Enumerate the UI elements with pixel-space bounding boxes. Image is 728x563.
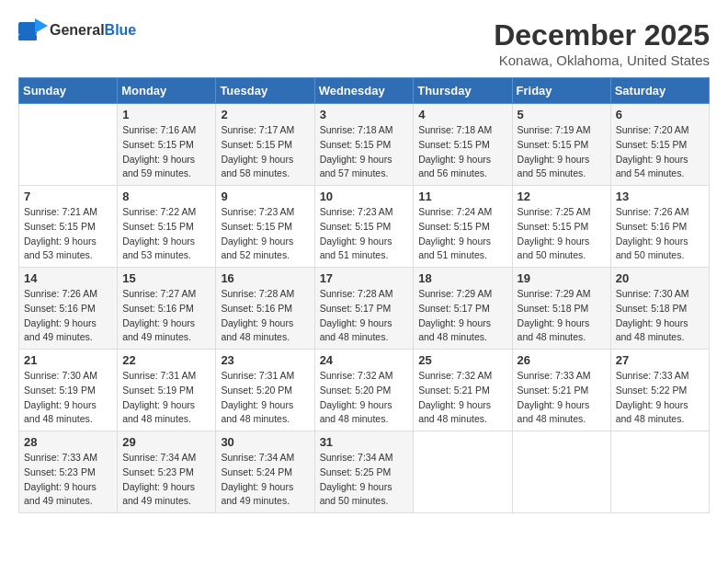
header: GeneralBlue December 2025 Konawa, Oklaho… xyxy=(18,18,710,68)
day-cell xyxy=(610,431,709,513)
day-cell: 29Sunrise: 7:34 AMSunset: 5:23 PMDayligh… xyxy=(118,431,216,513)
day-number: 17 xyxy=(320,271,409,285)
day-cell: 30Sunrise: 7:34 AMSunset: 5:24 PMDayligh… xyxy=(216,431,314,513)
day-cell: 12Sunrise: 7:25 AMSunset: 5:15 PMDayligh… xyxy=(512,186,610,268)
day-info: Sunrise: 7:29 AMSunset: 5:18 PMDaylight:… xyxy=(518,287,606,345)
day-number: 20 xyxy=(616,271,704,285)
day-info: Sunrise: 7:33 AMSunset: 5:23 PMDaylight:… xyxy=(24,451,112,509)
day-number: 2 xyxy=(221,108,309,121)
day-info: Sunrise: 7:32 AMSunset: 5:21 PMDaylight:… xyxy=(418,369,506,427)
title-area: December 2025 Konawa, Oklahoma, United S… xyxy=(494,18,710,68)
day-info: Sunrise: 7:23 AMSunset: 5:15 PMDaylight:… xyxy=(221,205,309,263)
day-number: 19 xyxy=(518,271,606,285)
day-cell: 18Sunrise: 7:29 AMSunset: 5:17 PMDayligh… xyxy=(414,268,512,350)
day-info: Sunrise: 7:28 AMSunset: 5:16 PMDaylight:… xyxy=(221,287,309,345)
day-number: 1 xyxy=(122,108,210,121)
day-number: 14 xyxy=(24,271,112,285)
day-info: Sunrise: 7:33 AMSunset: 5:21 PMDaylight:… xyxy=(518,369,606,427)
day-cell: 17Sunrise: 7:28 AMSunset: 5:17 PMDayligh… xyxy=(314,268,414,350)
location-title: Konawa, Oklahoma, United States xyxy=(494,52,710,68)
day-cell: 13Sunrise: 7:26 AMSunset: 5:16 PMDayligh… xyxy=(610,186,709,268)
day-cell: 28Sunrise: 7:33 AMSunset: 5:23 PMDayligh… xyxy=(19,431,118,513)
day-cell: 7Sunrise: 7:21 AMSunset: 5:15 PMDaylight… xyxy=(19,186,118,268)
day-cell: 1Sunrise: 7:16 AMSunset: 5:15 PMDaylight… xyxy=(118,104,216,186)
day-cell: 5Sunrise: 7:19 AMSunset: 5:15 PMDaylight… xyxy=(512,104,610,186)
day-cell: 25Sunrise: 7:32 AMSunset: 5:21 PMDayligh… xyxy=(414,350,512,431)
week-row-3: 14Sunrise: 7:26 AMSunset: 5:16 PMDayligh… xyxy=(19,268,710,350)
day-number: 12 xyxy=(518,190,606,203)
day-cell: 14Sunrise: 7:26 AMSunset: 5:16 PMDayligh… xyxy=(19,268,118,350)
day-info: Sunrise: 7:18 AMSunset: 5:15 PMDaylight:… xyxy=(418,123,506,181)
day-info: Sunrise: 7:34 AMSunset: 5:23 PMDaylight:… xyxy=(122,451,210,509)
day-number: 21 xyxy=(24,353,112,367)
day-cell: 24Sunrise: 7:32 AMSunset: 5:20 PMDayligh… xyxy=(314,350,414,431)
day-info: Sunrise: 7:22 AMSunset: 5:15 PMDaylight:… xyxy=(122,205,210,263)
day-info: Sunrise: 7:33 AMSunset: 5:22 PMDaylight:… xyxy=(616,369,704,427)
day-info: Sunrise: 7:31 AMSunset: 5:20 PMDaylight:… xyxy=(221,369,309,427)
day-cell: 15Sunrise: 7:27 AMSunset: 5:16 PMDayligh… xyxy=(118,268,216,350)
day-cell: 2Sunrise: 7:17 AMSunset: 5:15 PMDaylight… xyxy=(216,104,314,186)
day-cell: 9Sunrise: 7:23 AMSunset: 5:15 PMDaylight… xyxy=(216,186,314,268)
svg-marker-1 xyxy=(35,18,48,33)
day-cell: 26Sunrise: 7:33 AMSunset: 5:21 PMDayligh… xyxy=(512,350,610,431)
weekday-header-row: SundayMondayTuesdayWednesdayThursdayFrid… xyxy=(19,78,710,104)
logo-icon xyxy=(18,18,48,42)
day-number: 24 xyxy=(320,353,409,367)
day-info: Sunrise: 7:25 AMSunset: 5:15 PMDaylight:… xyxy=(518,205,606,263)
week-row-4: 21Sunrise: 7:30 AMSunset: 5:19 PMDayligh… xyxy=(19,350,710,431)
day-number: 13 xyxy=(616,190,704,203)
day-number: 27 xyxy=(616,353,704,367)
day-cell: 6Sunrise: 7:20 AMSunset: 5:15 PMDaylight… xyxy=(610,104,709,186)
weekday-header-tuesday: Tuesday xyxy=(216,78,314,104)
day-info: Sunrise: 7:34 AMSunset: 5:24 PMDaylight:… xyxy=(221,451,309,509)
svg-rect-2 xyxy=(18,35,37,40)
calendar: SundayMondayTuesdayWednesdayThursdayFrid… xyxy=(18,77,710,513)
day-number: 10 xyxy=(320,190,409,203)
day-info: Sunrise: 7:21 AMSunset: 5:15 PMDaylight:… xyxy=(24,205,112,263)
day-number: 22 xyxy=(122,353,210,367)
day-cell: 19Sunrise: 7:29 AMSunset: 5:18 PMDayligh… xyxy=(512,268,610,350)
day-info: Sunrise: 7:17 AMSunset: 5:15 PMDaylight:… xyxy=(221,123,309,181)
day-cell: 21Sunrise: 7:30 AMSunset: 5:19 PMDayligh… xyxy=(19,350,118,431)
day-number: 30 xyxy=(221,435,309,449)
week-row-1: 1Sunrise: 7:16 AMSunset: 5:15 PMDaylight… xyxy=(19,104,710,186)
day-number: 5 xyxy=(518,108,606,121)
day-number: 29 xyxy=(122,435,210,449)
day-cell: 11Sunrise: 7:24 AMSunset: 5:15 PMDayligh… xyxy=(414,186,512,268)
day-number: 16 xyxy=(221,271,309,285)
weekday-header-thursday: Thursday xyxy=(414,78,512,104)
day-info: Sunrise: 7:34 AMSunset: 5:25 PMDaylight:… xyxy=(320,451,409,509)
day-number: 6 xyxy=(616,108,704,121)
day-number: 11 xyxy=(418,190,506,203)
day-cell: 23Sunrise: 7:31 AMSunset: 5:20 PMDayligh… xyxy=(216,350,314,431)
day-cell xyxy=(512,431,610,513)
day-info: Sunrise: 7:24 AMSunset: 5:15 PMDaylight:… xyxy=(418,205,506,263)
day-cell xyxy=(414,431,512,513)
day-info: Sunrise: 7:32 AMSunset: 5:20 PMDaylight:… xyxy=(320,369,409,427)
month-title: December 2025 xyxy=(494,18,710,52)
day-number: 26 xyxy=(518,353,606,367)
day-info: Sunrise: 7:26 AMSunset: 5:16 PMDaylight:… xyxy=(24,287,112,345)
day-number: 8 xyxy=(122,190,210,203)
weekday-header-saturday: Saturday xyxy=(610,78,709,104)
weekday-header-friday: Friday xyxy=(512,78,610,104)
weekday-header-wednesday: Wednesday xyxy=(314,78,414,104)
svg-rect-0 xyxy=(18,22,37,35)
day-info: Sunrise: 7:31 AMSunset: 5:19 PMDaylight:… xyxy=(122,369,210,427)
day-info: Sunrise: 7:26 AMSunset: 5:16 PMDaylight:… xyxy=(616,205,704,263)
day-number: 15 xyxy=(122,271,210,285)
logo-blue: Blue xyxy=(105,22,137,38)
day-info: Sunrise: 7:29 AMSunset: 5:17 PMDaylight:… xyxy=(418,287,506,345)
day-info: Sunrise: 7:19 AMSunset: 5:15 PMDaylight:… xyxy=(518,123,606,181)
day-info: Sunrise: 7:28 AMSunset: 5:17 PMDaylight:… xyxy=(320,287,409,345)
day-info: Sunrise: 7:30 AMSunset: 5:19 PMDaylight:… xyxy=(24,369,112,427)
day-info: Sunrise: 7:20 AMSunset: 5:15 PMDaylight:… xyxy=(616,123,704,181)
logo-general: General xyxy=(50,22,105,38)
day-cell: 10Sunrise: 7:23 AMSunset: 5:15 PMDayligh… xyxy=(314,186,414,268)
day-cell: 16Sunrise: 7:28 AMSunset: 5:16 PMDayligh… xyxy=(216,268,314,350)
day-info: Sunrise: 7:18 AMSunset: 5:15 PMDaylight:… xyxy=(320,123,409,181)
weekday-header-monday: Monday xyxy=(118,78,216,104)
day-cell: 20Sunrise: 7:30 AMSunset: 5:18 PMDayligh… xyxy=(610,268,709,350)
week-row-5: 28Sunrise: 7:33 AMSunset: 5:23 PMDayligh… xyxy=(19,431,710,513)
day-cell xyxy=(19,104,118,186)
